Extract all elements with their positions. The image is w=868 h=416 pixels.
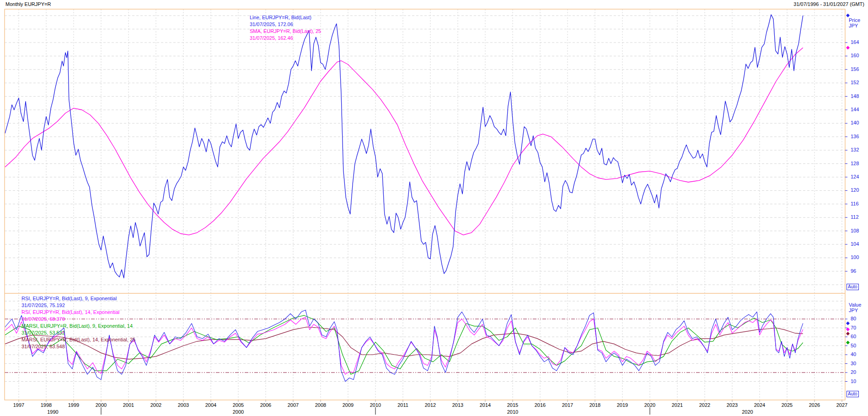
year-label: 2001: [118, 402, 139, 408]
decade-label: 2010: [499, 409, 526, 415]
last-value-marker: [846, 321, 850, 325]
year-label: 2026: [804, 402, 825, 408]
last-value-marker: [846, 46, 850, 49]
price-axis-title: Price JPY: [849, 17, 860, 28]
year-label: 2013: [448, 402, 468, 408]
year-label: 2000: [91, 402, 111, 408]
decade-label: 2000: [225, 409, 252, 415]
year-label: 2002: [146, 402, 166, 408]
year-label: 2018: [585, 402, 605, 408]
year-label: 2019: [612, 402, 632, 408]
price-tick-label: 140: [851, 120, 859, 125]
price-tick-label: 164: [851, 39, 859, 45]
legend-rsi9-value[interactable]: 31/07/2025, 75.192: [21, 302, 65, 309]
last-value-marker: [846, 332, 850, 335]
value-tick-label: 20: [851, 369, 856, 375]
year-label: 2025: [777, 402, 797, 408]
last-value-marker: [846, 14, 850, 17]
year-label: 1999: [64, 402, 84, 408]
year-label: 2006: [256, 402, 276, 408]
price-tick-label: 104: [851, 241, 859, 247]
legend-sma-value[interactable]: 31/07/2025, 162.46: [250, 35, 293, 42]
legend-sma-series[interactable]: SMA, EURJPY=R, Bid(Last), 25: [250, 28, 321, 35]
sma25-line: [5, 48, 803, 235]
value-axis-title: Value JPY: [849, 302, 861, 313]
year-label: 2023: [722, 402, 742, 408]
price-tick-label: 148: [851, 93, 859, 99]
price-tick-label: 124: [851, 174, 859, 179]
price-tick-label: 100: [851, 254, 859, 260]
legend-marsi9-series[interactable]: MARSI, EURJPY=R, Bid(Last), 9, Exponenti…: [21, 323, 133, 330]
last-value-marker: [846, 341, 850, 345]
legend-marsi14-value[interactable]: 31/07/2025, 63.548: [21, 343, 65, 350]
year-label: 1997: [9, 402, 29, 408]
year-label: 2010: [365, 402, 386, 408]
price-tick-label: 152: [851, 80, 859, 85]
value-auto-scale-button[interactable]: Auto: [847, 391, 859, 397]
value-tick-label: 60: [851, 334, 856, 339]
value-tick-label: 80: [851, 316, 856, 321]
year-label: 2014: [475, 402, 495, 408]
chart-window: Monthly EURJPY=R 31/07/1996 - 31/01/2027…: [0, 0, 868, 416]
year-label: 2012: [420, 402, 440, 408]
legend-marsi9-value[interactable]: 31/07/2025, 53.532: [21, 330, 65, 336]
year-label: 2008: [311, 402, 331, 408]
year-label: 2004: [201, 402, 221, 408]
decade-label: 1990: [39, 409, 67, 415]
decade-label: 2020: [734, 409, 761, 415]
value-tick-label: 40: [851, 351, 856, 357]
price-tick-label: 108: [851, 228, 859, 233]
year-label: 2016: [530, 402, 550, 408]
legend-rsi14-series[interactable]: RSI, EURJPY=R, Bid(Last), 14, Exponentia…: [21, 309, 119, 316]
price-line: [5, 15, 803, 278]
price-tick-label: 132: [851, 147, 859, 152]
year-label: 2007: [283, 402, 303, 408]
year-label: 2022: [695, 402, 715, 408]
price-tick-label: 156: [851, 66, 859, 72]
price-tick-label: 136: [851, 134, 859, 139]
year-label: 2003: [173, 402, 193, 408]
value-tick-label: 30: [851, 361, 856, 366]
year-label: 2027: [832, 402, 852, 408]
price-tick-label: 160: [851, 53, 859, 58]
year-label: 2021: [667, 402, 687, 408]
price-auto-scale-button[interactable]: Auto: [847, 284, 859, 290]
legend-rsi14-value[interactable]: 31/07/2025, 68.370: [21, 316, 65, 323]
year-label: 2009: [338, 402, 358, 408]
price-tick-label: 128: [851, 161, 859, 166]
chart-canvas[interactable]: [0, 0, 868, 416]
value-tick-label: 50: [851, 343, 856, 348]
year-label: 2017: [557, 402, 578, 408]
price-tick-label: 120: [851, 187, 859, 193]
year-label: 2011: [393, 402, 413, 408]
year-label: 2005: [228, 402, 248, 408]
price-tick-label: 144: [851, 107, 859, 112]
value-tick-label: 70: [851, 325, 856, 330]
legend-marsi14-series[interactable]: MARSI, EURJPY=R, Bid(Last), 14, Exponent…: [21, 336, 135, 343]
year-label: 1998: [36, 402, 56, 408]
price-tick-label: 116: [851, 201, 859, 206]
year-label: 2015: [503, 402, 523, 408]
legend-line-series[interactable]: Line, EURJPY=R, Bid(Last): [250, 14, 311, 21]
year-label: 2020: [640, 402, 660, 408]
legend-line-value[interactable]: 31/07/2025, 172.06: [250, 21, 293, 28]
year-label: 2024: [750, 402, 770, 408]
price-tick-label: 96: [851, 268, 856, 274]
legend-rsi9-series[interactable]: RSI, EURJPY=R, Bid(Last), 9, Exponential: [21, 295, 117, 302]
price-tick-label: 112: [851, 214, 859, 220]
value-tick-label: 10: [851, 378, 856, 384]
